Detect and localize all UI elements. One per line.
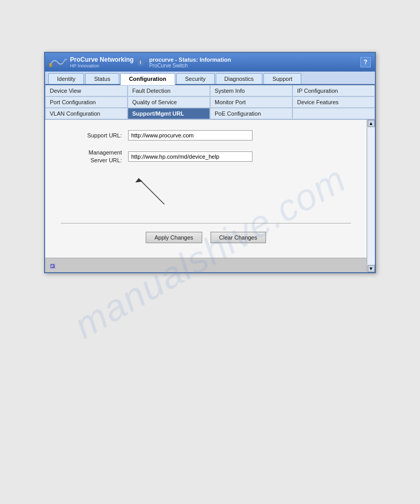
procurve-logo: ProCurve Networking HP Innovation (49, 55, 134, 69)
subnav-port-configuration[interactable]: Port Configuration (45, 96, 128, 108)
annotation-area (61, 173, 351, 215)
title-bar: ProCurve Networking HP Innovation i proc… (45, 53, 375, 72)
content-main: Support URL: Management Server URL: (45, 120, 367, 272)
arrow-annotation-svg (123, 173, 216, 209)
management-url-input[interactable] (128, 151, 253, 162)
window-title: procurve - Status: Information (149, 57, 231, 63)
logo-sub: HP Innovation (70, 63, 134, 68)
subnav-system-info[interactable]: System Info (210, 85, 292, 96)
nav-tabs: Identity Status Configuration Security D… (45, 72, 375, 85)
subnav-support-mgmt-url[interactable]: Support/Mgmt URL (128, 108, 210, 119)
svg-rect-0 (49, 63, 52, 67)
form-divider (61, 223, 351, 223)
title-bar-left: ProCurve Networking HP Innovation i proc… (49, 55, 231, 69)
support-url-row: Support URL: (61, 130, 351, 141)
subnav-vlan-configuration[interactable]: VLAN Configuration (45, 108, 128, 119)
tab-identity[interactable]: Identity (48, 73, 84, 84)
subnav-poe-configuration[interactable]: PoE Configuration (210, 108, 292, 119)
support-url-label: Support URL: (61, 132, 128, 138)
scroll-track[interactable] (368, 127, 374, 265)
logo-wave-icon (49, 55, 68, 69)
info-icon: i (137, 59, 144, 66)
subnav-quality-of-service[interactable]: Quality of Service (128, 96, 210, 108)
clear-changes-button[interactable]: Clear Changes (211, 232, 266, 243)
scroll-down-arrow[interactable]: ▼ (368, 265, 375, 272)
help-button[interactable]: ? (360, 57, 371, 67)
footer-bar: rs (45, 258, 367, 272)
footer-link[interactable]: rs (50, 262, 55, 268)
logo-text-area: ProCurve Networking HP Innovation (70, 56, 134, 68)
tab-configuration[interactable]: Configuration (120, 73, 175, 85)
management-url-row: Management Server URL: (61, 149, 351, 165)
tab-status[interactable]: Status (85, 73, 119, 84)
content-area: Support URL: Management Server URL: (45, 120, 367, 258)
support-url-input[interactable] (128, 130, 253, 141)
title-area: procurve - Status: Information ProCurve … (149, 57, 231, 68)
svg-line-1 (138, 178, 164, 204)
subnav-fault-detection[interactable]: Fault Detection (128, 85, 210, 96)
apply-changes-button[interactable]: Apply Changes (146, 232, 202, 243)
subnav-monitor-port[interactable]: Monitor Port (210, 96, 292, 108)
subnav-empty (292, 108, 375, 119)
management-url-label: Management Server URL: (61, 149, 128, 165)
scroll-up-arrow[interactable]: ▲ (368, 120, 375, 127)
sub-nav: Device View Fault Detection System Info … (45, 85, 375, 120)
subnav-device-view[interactable]: Device View (45, 85, 128, 96)
buttons-row: Apply Changes Clear Changes (61, 232, 351, 243)
tab-security[interactable]: Security (176, 73, 215, 84)
logo-brand: ProCurve Networking (70, 56, 134, 63)
window-subtitle: ProCurve Switch (149, 63, 231, 68)
tab-diagnostics[interactable]: Diagnostics (216, 73, 263, 84)
content-scroll-wrapper: Support URL: Management Server URL: (45, 120, 375, 272)
subnav-ip-configuration[interactable]: IP Configuration (292, 85, 375, 96)
tab-support[interactable]: Support (263, 73, 301, 84)
subnav-device-features[interactable]: Device Features (292, 96, 375, 108)
browser-window: ProCurve Networking HP Innovation i proc… (44, 52, 376, 273)
scrollbar[interactable]: ▲ ▼ (367, 120, 375, 272)
page-wrapper: manualshive.com ProCurve Networking HP I… (0, 0, 420, 504)
